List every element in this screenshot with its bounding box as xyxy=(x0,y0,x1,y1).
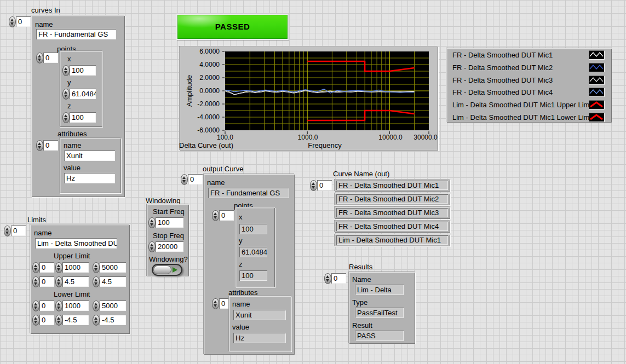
results-type-field: PassFailTest xyxy=(355,308,404,318)
attributes-index-field[interactable]: 0 xyxy=(43,140,58,151)
x-tick-30000: 30000.0 xyxy=(406,134,445,141)
limits-name-label: name xyxy=(34,229,52,237)
curve-name-index-spinner[interactable] xyxy=(310,180,317,191)
out-points-index-spinner[interactable] xyxy=(212,210,219,221)
z-label: z xyxy=(67,102,71,110)
stop-freq-field[interactable]: 20000 xyxy=(156,241,183,252)
start-freq-label: Start Freq xyxy=(153,208,185,216)
plot-legend: FR - Delta Smoothed DUT Mic1 FR - Delta … xyxy=(446,48,612,123)
y-tick-6: 6.0000 xyxy=(188,47,220,56)
legend-label-mic2: FR - Delta Smoothed DUT Mic2 xyxy=(452,63,553,72)
start-freq-spinner[interactable] xyxy=(148,217,156,228)
results-index-spinner[interactable] xyxy=(324,273,331,284)
upper-val2-field[interactable]: 4.5 xyxy=(100,276,126,287)
limits-index-spinner[interactable] xyxy=(4,226,11,236)
lower-val1-spinner[interactable] xyxy=(55,315,62,326)
lower-val2-spinner[interactable] xyxy=(93,315,100,326)
upper-row2-index-spinner[interactable] xyxy=(32,276,39,287)
lower-row2-index-spinner[interactable] xyxy=(32,315,39,326)
stop-freq-spinner[interactable] xyxy=(148,241,156,252)
curve-name-row: FR - Delta Smoothed DUT Mic4 xyxy=(335,221,450,233)
curves-in-name-field[interactable]: FR - Fundamental GS xyxy=(36,29,116,39)
y-tick-n4: -4.0000 xyxy=(188,112,220,122)
points-index-field[interactable]: 0 xyxy=(43,53,58,63)
curves-in-label: curves In xyxy=(31,7,60,14)
out-name-field: FR - Fundamental GS xyxy=(208,188,289,198)
out-attr-name-field: Xunit xyxy=(233,310,286,320)
stop-freq-label: Stop Freq xyxy=(153,232,184,240)
upper-freq2-spinner[interactable] xyxy=(93,262,100,273)
y-spinner[interactable] xyxy=(62,89,70,100)
lower-freq1-field[interactable]: 1000 xyxy=(62,301,89,311)
limits-name-field[interactable]: Lim - Delta Smoothed DUT xyxy=(35,238,117,249)
lower-freq1-spinner[interactable] xyxy=(55,301,62,311)
legend-label-mic1: FR - Delta Smoothed DUT Mic1 xyxy=(452,50,553,60)
curve-name-item: Lim - Delta Smoothed DUT Mic1 xyxy=(336,235,448,245)
x-spinner[interactable] xyxy=(62,65,70,76)
upper-limit-label: Upper Limit xyxy=(54,252,90,260)
upper-row1-index-spinner[interactable] xyxy=(32,262,39,273)
upper-val1-field[interactable]: 4.5 xyxy=(62,276,89,287)
out-y-field: 61.0484 xyxy=(239,247,267,257)
x-tick-1000: 1000.0 xyxy=(289,134,327,141)
results-name-label: Name xyxy=(352,276,371,284)
graph-title: Delta Curve (out) xyxy=(179,142,233,149)
lower-limit-label: Lower Limit xyxy=(54,291,90,298)
z-spinner[interactable] xyxy=(62,112,70,123)
legend-swatch-mic1[interactable] xyxy=(589,50,604,59)
x-field[interactable]: 100 xyxy=(70,65,96,76)
legend-swatch-upper-limit[interactable] xyxy=(589,100,604,109)
out-x-label: x xyxy=(239,213,243,221)
curve-name-item: FR - Delta Smoothed DUT Mic1 xyxy=(336,181,448,190)
windowing-switch[interactable] xyxy=(152,264,182,276)
output-curve-index-field[interactable]: 0 xyxy=(188,174,203,184)
upper-freq2-field[interactable]: 5000 xyxy=(100,262,126,273)
lower-val1-field[interactable]: -4.5 xyxy=(62,315,89,325)
out-points-index-field[interactable]: 0 xyxy=(219,210,234,221)
y-tick-2: 2.0000 xyxy=(188,73,220,83)
z-field[interactable]: 100 xyxy=(70,112,96,123)
legend-swatch-mic4[interactable] xyxy=(589,88,604,96)
curves-in-index-field[interactable]: 0 xyxy=(16,16,31,27)
curve-name-row: FR - Delta Smoothed DUT Mic1 xyxy=(335,180,450,192)
results-index-field[interactable]: 0 xyxy=(331,273,346,284)
attributes-index-spinner[interactable] xyxy=(36,140,43,151)
x-tick-100: 100.0 xyxy=(206,134,244,141)
upper-val2-spinner[interactable] xyxy=(93,276,100,287)
legend-swatch-lower-limit[interactable] xyxy=(589,113,604,122)
lower-val2-field[interactable]: -4.5 xyxy=(100,315,126,325)
y-label: y xyxy=(67,79,71,86)
output-curve-label: output Curve xyxy=(203,165,243,173)
legend-swatch-mic2[interactable] xyxy=(589,63,604,72)
lower-row2-index-field[interactable]: 0 xyxy=(39,315,54,325)
lower-row1-index-field[interactable]: 0 xyxy=(39,301,54,311)
attr-name-field[interactable]: Xunit xyxy=(64,151,115,161)
upper-row1-index-field[interactable]: 0 xyxy=(39,262,54,273)
upper-freq1-field[interactable]: 1000 xyxy=(62,262,89,273)
upper-freq1-spinner[interactable] xyxy=(55,262,62,273)
lower-freq2-spinner[interactable] xyxy=(93,301,100,311)
x-axis-label: Frequency xyxy=(297,142,352,149)
output-curve-index-spinner[interactable] xyxy=(181,174,188,185)
lower-freq2-field[interactable]: 5000 xyxy=(100,301,126,311)
switch-handle xyxy=(153,265,171,274)
limits-index-field[interactable]: 0 xyxy=(11,226,26,236)
pass-fail-indicator: PASSED xyxy=(176,14,289,40)
curves-in-index-spinner[interactable] xyxy=(9,16,16,27)
points-index-spinner[interactable] xyxy=(36,53,43,63)
switch-green-arrow-icon xyxy=(173,267,177,273)
upper-row2-index-field[interactable]: 0 xyxy=(39,276,54,287)
legend-label-lower-limit: Lim - Delta Smoothed DUT Mic1 Lower Limi… xyxy=(452,113,593,122)
results-name-field: Lim - Delta xyxy=(355,285,404,295)
legend-label-mic4: FR - Delta Smoothed DUT Mic4 xyxy=(452,88,553,97)
lower-row1-index-spinner[interactable] xyxy=(32,301,39,311)
legend-swatch-mic3[interactable] xyxy=(589,76,604,84)
y-field[interactable]: 61.0484 xyxy=(70,89,96,99)
windowing-switch-label: Windowing? xyxy=(149,256,188,263)
curve-name-item: FR - Delta Smoothed DUT Mic4 xyxy=(336,222,448,231)
out-attributes-index-spinner[interactable] xyxy=(212,298,219,309)
start-freq-field[interactable]: 100 xyxy=(156,217,183,228)
attr-value-field[interactable]: Hz xyxy=(64,173,115,183)
curve-name-index-field[interactable]: 0 xyxy=(317,180,332,190)
upper-val1-spinner[interactable] xyxy=(55,276,62,287)
